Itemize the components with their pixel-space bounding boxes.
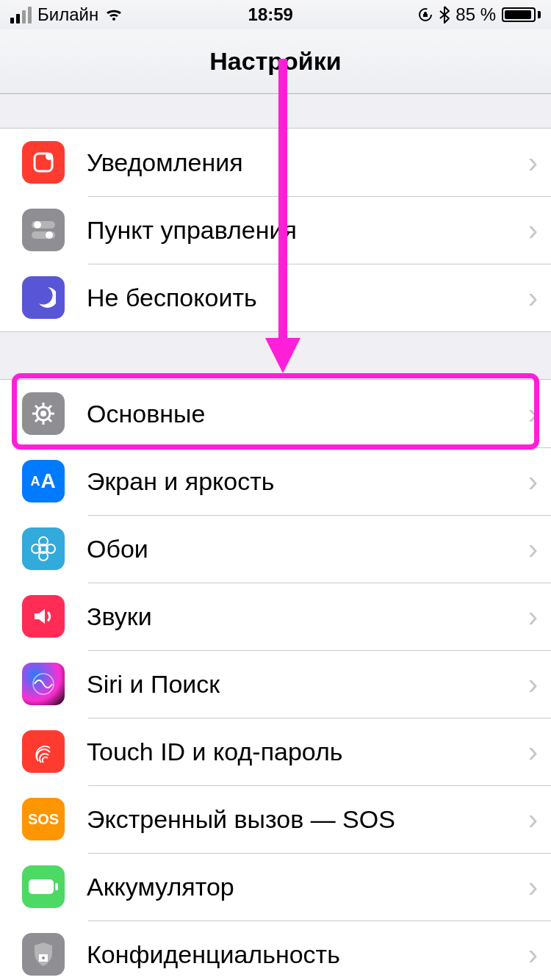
status-time: 18:59 bbox=[248, 4, 293, 25]
row-label: Конфиденциальность bbox=[65, 940, 522, 969]
svg-point-6 bbox=[46, 231, 53, 239]
display-icon: AA bbox=[22, 460, 65, 502]
wallpaper-icon bbox=[22, 527, 65, 570]
row-battery[interactable]: Аккумулятор › bbox=[0, 853, 551, 920]
row-dnd[interactable]: Не беспокоить › bbox=[0, 264, 551, 331]
row-label: Основные bbox=[65, 400, 522, 428]
svg-point-2 bbox=[46, 153, 53, 160]
row-label: Пункт управления bbox=[65, 216, 522, 245]
svg-rect-16 bbox=[55, 883, 58, 890]
wifi-icon bbox=[104, 7, 123, 22]
battery-percent: 85 % bbox=[455, 4, 496, 25]
battery-row-icon bbox=[22, 865, 65, 908]
chevron-right-icon: › bbox=[522, 735, 551, 768]
chevron-right-icon: › bbox=[522, 465, 551, 498]
bluetooth-icon bbox=[439, 6, 450, 24]
svg-point-8 bbox=[40, 411, 46, 417]
touchid-icon bbox=[22, 730, 65, 773]
row-privacy[interactable]: Конфиденциальность › bbox=[0, 920, 551, 980]
status-left: Билайн bbox=[10, 4, 123, 25]
group-gap bbox=[0, 94, 551, 128]
row-label: Экран и яркость bbox=[65, 467, 522, 496]
row-controlcenter[interactable]: Пункт управления › bbox=[0, 196, 551, 264]
row-wallpaper[interactable]: Обои › bbox=[0, 515, 551, 583]
chevron-right-icon: › bbox=[522, 397, 551, 430]
nav-bar: Настройки bbox=[0, 29, 551, 94]
chevron-right-icon: › bbox=[522, 668, 551, 701]
chevron-right-icon: › bbox=[522, 281, 551, 314]
status-right: 85 % bbox=[417, 4, 541, 25]
chevron-right-icon: › bbox=[522, 600, 551, 633]
group-gap bbox=[0, 332, 551, 379]
svg-rect-15 bbox=[29, 879, 54, 894]
settings-group-2: Основные › AA Экран и яркость › Обои › З… bbox=[0, 379, 551, 980]
row-label: Уведомления bbox=[65, 148, 522, 177]
status-bar: Билайн 18:59 85 % bbox=[0, 0, 551, 29]
row-label: Звуки bbox=[65, 602, 522, 631]
page-title: Настройки bbox=[209, 47, 341, 76]
chevron-right-icon: › bbox=[522, 803, 551, 836]
chevron-right-icon: › bbox=[522, 938, 551, 971]
row-display[interactable]: AA Экран и яркость › bbox=[0, 447, 551, 515]
row-general[interactable]: Основные › bbox=[0, 380, 551, 447]
svg-point-4 bbox=[34, 221, 41, 228]
sounds-icon bbox=[22, 595, 65, 638]
chevron-right-icon: › bbox=[522, 146, 551, 179]
battery-icon bbox=[502, 7, 541, 22]
row-sos[interactable]: SOS Экстренный вызов — SOS › bbox=[0, 785, 551, 853]
row-notifications[interactable]: Уведомления › bbox=[0, 129, 551, 196]
settings-group-1: Уведомления › Пункт управления › Не бесп… bbox=[0, 128, 551, 332]
row-label: Touch ID и код-пароль bbox=[65, 738, 522, 766]
signal-icon bbox=[10, 7, 32, 24]
privacy-icon bbox=[22, 933, 65, 976]
row-siri[interactable]: Siri и Поиск › bbox=[0, 650, 551, 718]
chevron-right-icon: › bbox=[522, 871, 551, 904]
row-label: Не беспокоить bbox=[65, 284, 522, 312]
general-icon bbox=[22, 392, 65, 435]
siri-icon bbox=[22, 663, 65, 705]
notifications-icon bbox=[22, 141, 65, 184]
row-label: Siri и Поиск bbox=[65, 670, 522, 699]
sos-icon: SOS bbox=[22, 798, 65, 840]
svg-point-17 bbox=[42, 956, 45, 959]
controlcenter-icon bbox=[22, 209, 65, 251]
chevron-right-icon: › bbox=[522, 214, 551, 247]
row-label: Экстренный вызов — SOS bbox=[65, 805, 522, 834]
carrier-label: Билайн bbox=[37, 4, 98, 25]
row-touchid[interactable]: Touch ID и код-пароль › bbox=[0, 718, 551, 785]
chevron-right-icon: › bbox=[522, 533, 551, 566]
orientation-lock-icon bbox=[417, 7, 433, 23]
dnd-icon bbox=[22, 276, 65, 319]
row-sounds[interactable]: Звуки › bbox=[0, 583, 551, 650]
row-label: Обои bbox=[65, 535, 522, 563]
row-label: Аккумулятор bbox=[65, 873, 522, 901]
